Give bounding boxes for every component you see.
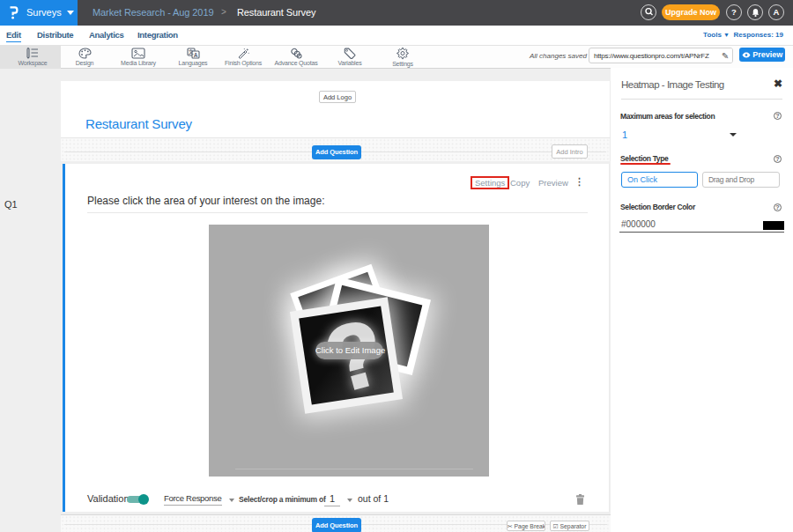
svg-text:A: A bbox=[193, 52, 197, 58]
